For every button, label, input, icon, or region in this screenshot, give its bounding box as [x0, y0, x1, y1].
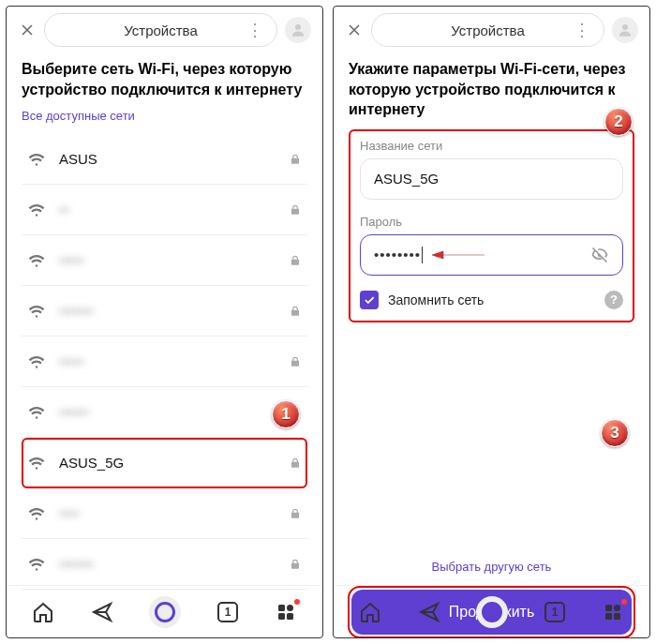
header: Устройства ⋮	[7, 7, 322, 53]
remember-checkbox[interactable]	[360, 291, 379, 309]
tabbar: 1	[7, 585, 322, 637]
header-pill[interactable]: Устройства ⋮	[44, 13, 277, 47]
header: Устройства ⋮	[334, 7, 649, 53]
password-value: ••••••••	[374, 247, 421, 262]
annotation-badge-1: 1	[272, 400, 300, 428]
svg-point-0	[295, 24, 301, 30]
lock-icon	[289, 507, 302, 520]
wifi-icon	[27, 403, 46, 422]
more-icon[interactable]: ⋮	[574, 22, 590, 38]
wifi-icon	[27, 150, 46, 169]
svg-rect-8	[614, 613, 620, 620]
notification-dot	[294, 599, 300, 605]
password-field[interactable]: ••••••••	[360, 234, 623, 276]
network-name: •••••••	[59, 303, 276, 319]
wifi-icon	[27, 454, 46, 472]
svg-point-5	[622, 24, 628, 30]
remember-label: Запомнить сеть	[388, 292, 595, 307]
wifi-icon	[27, 555, 46, 574]
all-networks-link[interactable]: Все доступные сети	[22, 109, 307, 123]
password-label: Пароль	[360, 215, 623, 229]
svg-rect-1	[278, 605, 285, 611]
text-cursor	[422, 247, 423, 263]
network-item[interactable]: •••••	[22, 337, 307, 387]
wifi-icon	[27, 352, 46, 371]
wifi-icon	[27, 504, 46, 523]
annotation-badge-2: 2	[604, 108, 633, 136]
content-left: Выберите сеть Wi-Fi, через которую устро…	[7, 53, 322, 637]
tab-tabs[interactable]: 1	[217, 602, 238, 622]
tab-send[interactable]	[91, 601, 113, 623]
ssid-label: Название сети	[360, 139, 623, 153]
wifi-icon	[27, 251, 46, 270]
tabbar: 1	[334, 585, 649, 637]
network-name: ••••	[59, 505, 276, 521]
avatar[interactable]	[612, 17, 638, 43]
svg-rect-6	[605, 605, 612, 611]
annotation-badge-3: 3	[601, 419, 629, 447]
remember-row: Запомнить сеть ?	[360, 291, 623, 309]
svg-rect-2	[278, 613, 285, 620]
lock-icon	[289, 558, 302, 571]
eye-off-icon[interactable]	[590, 246, 609, 264]
phone-left: Устройства ⋮ Выберите сеть Wi-Fi, через …	[6, 6, 323, 638]
wifi-icon	[27, 201, 46, 219]
svg-point-9	[614, 605, 620, 611]
tab-send[interactable]	[418, 601, 440, 623]
wifi-icon	[27, 302, 46, 321]
svg-rect-3	[287, 613, 293, 620]
network-name: •••••	[59, 252, 276, 268]
notification-dot	[621, 599, 627, 605]
lock-icon	[289, 355, 302, 368]
tab-home[interactable]	[359, 601, 381, 623]
content-right: Укажите параметры Wi-Fi-сети, через кото…	[334, 53, 649, 577]
ssid-field[interactable]	[360, 158, 623, 200]
network-item[interactable]: ••	[22, 185, 307, 235]
network-name: ASUS	[59, 151, 276, 167]
page-title: Укажите параметры Wi-Fi-сети, через кото…	[349, 59, 634, 120]
header-title: Устройства	[451, 22, 524, 38]
close-icon[interactable]	[18, 21, 37, 39]
network-name: ••••••	[59, 404, 276, 420]
phone-right: Устройства ⋮ Укажите параметры Wi-Fi-сет…	[333, 6, 650, 638]
tab-home[interactable]	[32, 601, 54, 623]
tab-tabs[interactable]: 1	[544, 602, 565, 622]
arrow-annotation	[430, 247, 486, 263]
ssid-input[interactable]	[374, 171, 609, 187]
lock-icon	[289, 153, 302, 166]
network-name: ••	[59, 202, 276, 217]
network-list: ASUS •• ••••• ••••••• ••••• •••••• ASUS_…	[22, 134, 307, 590]
network-item[interactable]: ••••••	[22, 387, 307, 438]
help-icon[interactable]: ?	[604, 291, 623, 309]
tab-services[interactable]	[275, 601, 297, 623]
network-item[interactable]: ASUS	[22, 134, 307, 185]
network-item[interactable]: •••••••	[22, 286, 307, 337]
svg-point-4	[287, 605, 293, 611]
network-name: ASUS_5G	[59, 455, 276, 471]
avatar[interactable]	[285, 17, 311, 43]
svg-rect-7	[605, 613, 612, 620]
lock-icon	[289, 457, 302, 470]
network-item[interactable]: ASUS_5G	[22, 438, 307, 488]
close-icon[interactable]	[345, 21, 364, 39]
network-item[interactable]: •••••••	[22, 539, 307, 590]
header-pill[interactable]: Устройства ⋮	[371, 13, 604, 47]
network-item[interactable]: ••••	[22, 488, 307, 539]
header-title: Устройства	[124, 22, 197, 38]
network-name: •••••••	[59, 556, 276, 572]
tab-logo[interactable]	[149, 596, 181, 628]
wifi-form: Название сети Пароль •••••••• Запомнит	[349, 129, 634, 322]
lock-icon	[289, 203, 302, 217]
page-title: Выберите сеть Wi-Fi, через которую устро…	[22, 59, 307, 99]
lock-icon	[289, 305, 302, 318]
network-name: •••••	[59, 353, 276, 369]
tab-logo[interactable]	[476, 596, 508, 628]
lock-icon	[289, 254, 302, 267]
choose-other-link[interactable]: Выбрать другую сеть	[334, 560, 649, 574]
tab-services[interactable]	[602, 601, 624, 623]
network-item[interactable]: •••••	[22, 235, 307, 286]
more-icon[interactable]: ⋮	[246, 22, 263, 38]
